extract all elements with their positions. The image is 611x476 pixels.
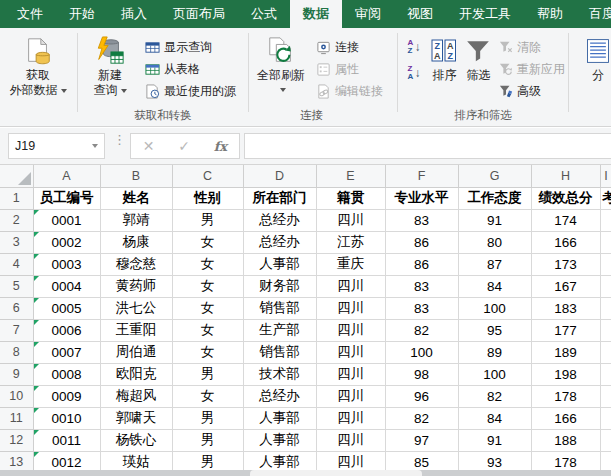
- row-header-3[interactable]: 3: [0, 231, 33, 253]
- cell-B7[interactable]: 王重阳: [100, 319, 172, 341]
- cell-I7[interactable]: [600, 319, 611, 341]
- cell-G10[interactable]: 82: [458, 385, 531, 407]
- cell-D3[interactable]: 总经办: [243, 231, 316, 253]
- cell-G11[interactable]: 84: [458, 407, 531, 429]
- row-header-6[interactable]: 6: [0, 297, 33, 319]
- row-header-2[interactable]: 2: [0, 209, 33, 231]
- cell-B9[interactable]: 欧阳克: [100, 363, 172, 385]
- cell-H6[interactable]: 183: [531, 297, 600, 319]
- row-header-12[interactable]: 12: [0, 429, 33, 451]
- cell-E10[interactable]: 四川: [316, 385, 385, 407]
- cell-A5[interactable]: 0004: [33, 275, 100, 297]
- tab-百度网盘[interactable]: 百度网盘: [576, 0, 611, 28]
- cell-I6[interactable]: [600, 297, 611, 319]
- cell-H7[interactable]: 177: [531, 319, 600, 341]
- cell-A9[interactable]: 0008: [33, 363, 100, 385]
- cell-A2[interactable]: 0001: [33, 209, 100, 231]
- cell-F12[interactable]: 97: [385, 429, 458, 451]
- cell-I5[interactable]: [600, 275, 611, 297]
- cell-C7[interactable]: 女: [172, 319, 243, 341]
- formula-bar-resize-handle[interactable]: ⋮: [113, 137, 126, 143]
- cell-A3[interactable]: 0002: [33, 231, 100, 253]
- row-header-11[interactable]: 11: [0, 407, 33, 429]
- cell-G8[interactable]: 89: [458, 341, 531, 363]
- cell-D4[interactable]: 人事部: [243, 253, 316, 275]
- name-box-caret-icon[interactable]: [92, 144, 98, 148]
- cell-G3[interactable]: 80: [458, 231, 531, 253]
- cell-H5[interactable]: 167: [531, 275, 600, 297]
- cell-C3[interactable]: 女: [172, 231, 243, 253]
- cell-C2[interactable]: 男: [172, 209, 243, 231]
- cell-D11[interactable]: 人事部: [243, 407, 316, 429]
- cell-E12[interactable]: 四川: [316, 429, 385, 451]
- sort-descending-button[interactable]: ZA ↓: [402, 62, 426, 84]
- cell-A4[interactable]: 0003: [33, 253, 100, 275]
- cell-G7[interactable]: 95: [458, 319, 531, 341]
- cell-D12[interactable]: 人事部: [243, 429, 316, 451]
- cell-B3[interactable]: 杨康: [100, 231, 172, 253]
- cell-F3[interactable]: 86: [385, 231, 458, 253]
- column-header-E[interactable]: E: [316, 165, 385, 187]
- row-header-9[interactable]: 9: [0, 363, 33, 385]
- cell-H11[interactable]: 166: [531, 407, 600, 429]
- cell-C4[interactable]: 女: [172, 253, 243, 275]
- select-all-corner[interactable]: [0, 165, 33, 187]
- column-header-C[interactable]: C: [172, 165, 243, 187]
- cell-B2[interactable]: 郭靖: [100, 209, 172, 231]
- cell-F8[interactable]: 100: [385, 341, 458, 363]
- row-header-7[interactable]: 7: [0, 319, 33, 341]
- tab-开始[interactable]: 开始: [56, 0, 108, 28]
- cell-D10[interactable]: 总经办: [243, 385, 316, 407]
- cell-I12[interactable]: [600, 429, 611, 451]
- cell-A6[interactable]: 0005: [33, 297, 100, 319]
- cell-I11[interactable]: [600, 407, 611, 429]
- tab-帮助[interactable]: 帮助: [524, 0, 576, 28]
- cell-I4[interactable]: [600, 253, 611, 275]
- cell-D2[interactable]: 总经办: [243, 209, 316, 231]
- filter-button[interactable]: 筛选: [462, 34, 495, 83]
- cell-C10[interactable]: 女: [172, 385, 243, 407]
- cell-F6[interactable]: 83: [385, 297, 458, 319]
- cell-E3[interactable]: 江苏: [316, 231, 385, 253]
- horizontal-scrollbar-thumb[interactable]: [250, 470, 422, 476]
- cell-I1[interactable]: 考: [600, 187, 611, 209]
- cell-I8[interactable]: [600, 341, 611, 363]
- cell-I10[interactable]: [600, 385, 611, 407]
- cell-C9[interactable]: 男: [172, 363, 243, 385]
- cell-D6[interactable]: 销售部: [243, 297, 316, 319]
- cell-F7[interactable]: 82: [385, 319, 458, 341]
- row-header-5[interactable]: 5: [0, 275, 33, 297]
- cell-I9[interactable]: [600, 363, 611, 385]
- cell-D5[interactable]: 财务部: [243, 275, 316, 297]
- cell-E2[interactable]: 四川: [316, 209, 385, 231]
- show-queries-button[interactable]: 显示查询: [141, 36, 240, 58]
- tab-视图[interactable]: 视图: [394, 0, 446, 28]
- cell-B12[interactable]: 杨铁心: [100, 429, 172, 451]
- cell-B4[interactable]: 穆念慈: [100, 253, 172, 275]
- cell-A8[interactable]: 0007: [33, 341, 100, 363]
- recent-sources-button[interactable]: 最近使用的源: [141, 80, 240, 102]
- cell-B1[interactable]: 姓名: [100, 187, 172, 209]
- advanced-filter-button[interactable]: 高级: [495, 80, 567, 102]
- tab-页面布局[interactable]: 页面布局: [160, 0, 238, 28]
- cell-H8[interactable]: 189: [531, 341, 600, 363]
- cell-C8[interactable]: 女: [172, 341, 243, 363]
- tab-插入[interactable]: 插入: [108, 0, 160, 28]
- tab-公式[interactable]: 公式: [238, 0, 290, 28]
- cell-F1[interactable]: 专业水平: [385, 187, 458, 209]
- get-external-data-button[interactable]: 获取 外部数据: [7, 34, 69, 98]
- column-header-I[interactable]: I: [600, 165, 611, 187]
- cell-F11[interactable]: 82: [385, 407, 458, 429]
- row-header-1[interactable]: 1: [0, 187, 33, 209]
- cell-H2[interactable]: 174: [531, 209, 600, 231]
- cell-I3[interactable]: [600, 231, 611, 253]
- cell-C6[interactable]: 女: [172, 297, 243, 319]
- cell-E7[interactable]: 四川: [316, 319, 385, 341]
- row-header-10[interactable]: 10: [0, 385, 33, 407]
- cell-A10[interactable]: 0009: [33, 385, 100, 407]
- column-header-B[interactable]: B: [100, 165, 172, 187]
- tab-审阅[interactable]: 审阅: [342, 0, 394, 28]
- cell-E1[interactable]: 籍贯: [316, 187, 385, 209]
- cell-A12[interactable]: 0011: [33, 429, 100, 451]
- column-header-A[interactable]: A: [33, 165, 100, 187]
